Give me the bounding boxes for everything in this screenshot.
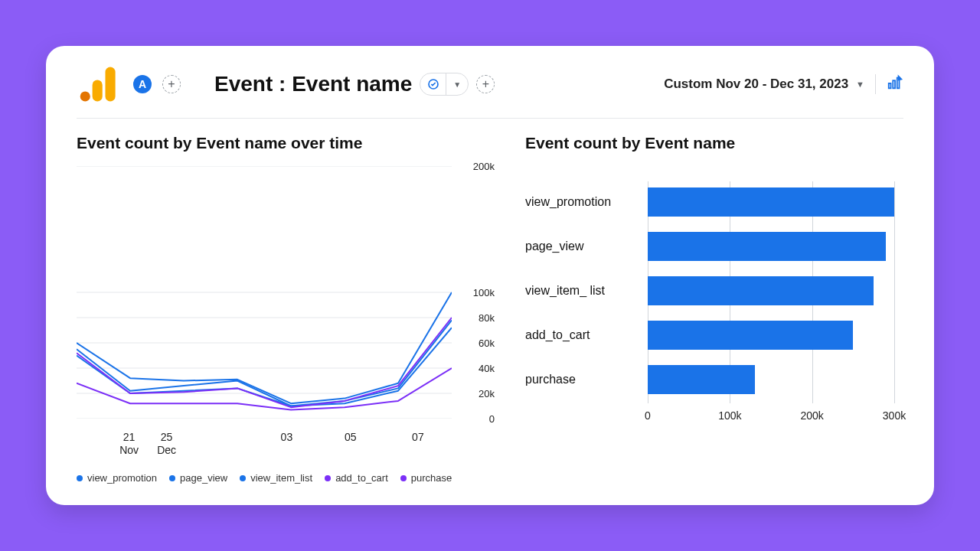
caret-down-icon: ▼ xyxy=(856,80,864,89)
bar-x-axis-tick: 0 xyxy=(645,409,651,422)
y-axis-tick: 60k xyxy=(479,337,495,349)
legend-item[interactable]: page_view xyxy=(169,472,227,484)
bar-chart: view_promotionpage_viewview_item_ listad… xyxy=(525,181,903,434)
bar-label: page_view xyxy=(525,240,648,253)
check-circle-icon xyxy=(420,73,446,95)
legend-item[interactable]: view_promotion xyxy=(77,472,157,484)
y-axis-tick: 80k xyxy=(479,312,495,324)
legend-item[interactable]: purchase xyxy=(400,472,452,484)
svg-rect-1 xyxy=(93,80,103,101)
y-axis-tick: 200k xyxy=(473,161,495,172)
date-range-label: Custom Nov 20 - Dec 31, 2023 xyxy=(664,77,848,92)
y-axis-tick: 0 xyxy=(489,413,495,425)
bar-chart-panel: Event count by Event name view_promotion… xyxy=(525,134,903,496)
legend-label: view_item_list xyxy=(250,472,312,484)
segment-badge[interactable]: A xyxy=(133,75,152,93)
legend-label: view_promotion xyxy=(87,472,157,484)
bar-label: view_item_ list xyxy=(525,284,648,298)
bar-fill xyxy=(648,276,874,305)
line-chart-panel: Event count by Event name over time 020k… xyxy=(77,134,495,496)
y-axis-tick: 20k xyxy=(479,388,495,399)
legend-dot-icon xyxy=(325,475,331,481)
title-selector[interactable]: ▼ xyxy=(420,73,469,96)
legend-label: add_to_cart xyxy=(335,472,388,484)
legend-dot-icon xyxy=(169,475,175,481)
x-axis-tick: 21Nov xyxy=(119,431,139,457)
bar-row: view_item_ list xyxy=(525,275,894,307)
line-chart-title: Event count by Event name over time xyxy=(77,134,495,152)
bar-fill xyxy=(648,232,886,261)
bar-x-axis-tick: 300k xyxy=(883,409,906,422)
bar-chart-title: Event count by Event name xyxy=(525,134,903,152)
ga-logo-icon xyxy=(77,61,122,107)
line-chart: 020k40k60k80k100k200k 21Nov25Dec030507 xyxy=(77,166,495,426)
y-axis-tick: 40k xyxy=(479,363,495,374)
bar-x-axis-tick: 100k xyxy=(718,409,741,422)
bar-row: page_view xyxy=(525,230,894,262)
add-segment-button[interactable]: + xyxy=(162,75,181,93)
bar-fill xyxy=(648,365,755,394)
customize-report-icon[interactable] xyxy=(887,74,903,94)
bar-row: purchase xyxy=(525,364,894,396)
x-axis-tick: 05 xyxy=(345,431,357,444)
bar-row: add_to_cart xyxy=(525,319,894,351)
header-bar: A + Event : Event name ▼ + Custom Nov 20… xyxy=(77,61,903,119)
y-axis-tick: 100k xyxy=(473,287,495,298)
legend-dot-icon xyxy=(400,475,407,481)
bar-fill xyxy=(648,187,894,217)
separator xyxy=(875,74,876,94)
legend-dot-icon xyxy=(240,475,246,481)
caret-down-icon: ▼ xyxy=(446,73,468,95)
line-chart-legend: view_promotionpage_viewview_item_listadd… xyxy=(77,472,495,484)
x-axis-tick: 25Dec xyxy=(157,431,176,457)
add-dimension-button[interactable]: + xyxy=(476,75,495,93)
legend-dot-icon xyxy=(77,475,83,481)
bar-label: add_to_cart xyxy=(525,328,648,342)
svg-rect-0 xyxy=(106,67,116,102)
bar-x-axis-tick: 200k xyxy=(800,409,823,422)
x-axis-tick: 03 xyxy=(281,431,293,444)
charts-body: Event count by Event name over time 020k… xyxy=(77,119,903,496)
svg-point-2 xyxy=(80,91,90,101)
date-range-picker[interactable]: Custom Nov 20 - Dec 31, 2023 ▼ xyxy=(664,77,864,92)
bar-fill xyxy=(648,321,853,350)
svg-rect-5 xyxy=(893,80,895,88)
page-title: Event : Event name xyxy=(214,72,412,96)
title-group: Event : Event name ▼ + xyxy=(214,72,495,96)
bar-label: view_promotion xyxy=(525,195,648,209)
legend-label: purchase xyxy=(411,472,452,484)
analytics-card: A + Event : Event name ▼ + Custom Nov 20… xyxy=(46,46,934,505)
svg-rect-4 xyxy=(889,83,891,88)
x-axis-tick: 07 xyxy=(412,431,424,444)
legend-item[interactable]: add_to_cart xyxy=(325,472,388,484)
legend-item[interactable]: view_item_list xyxy=(240,472,312,484)
bar-label: purchase xyxy=(525,373,648,386)
bar-row: view_promotion xyxy=(525,186,894,218)
legend-label: page_view xyxy=(180,472,227,484)
